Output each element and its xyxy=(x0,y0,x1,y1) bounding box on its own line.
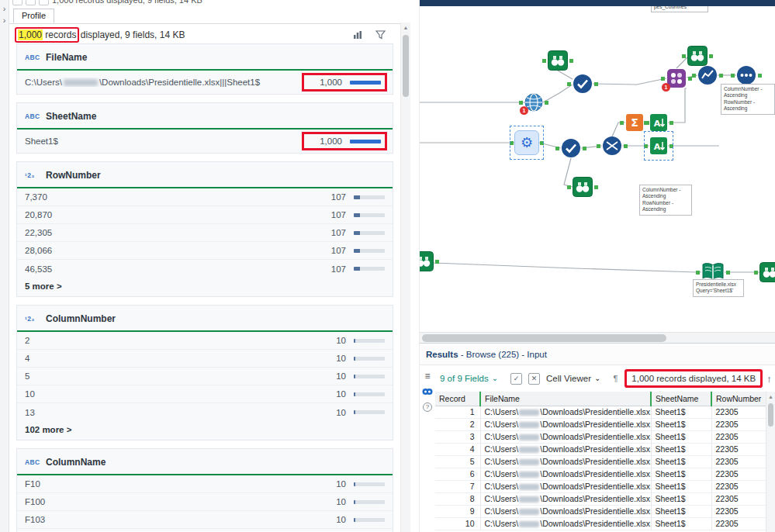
cell-rownumber[interactable]: 22305 xyxy=(711,418,766,430)
tool-annotation-box[interactable]: ColumnNumber -AscendingRowNumber -Ascend… xyxy=(639,185,692,216)
value-row[interactable]: 13 10 xyxy=(17,403,393,421)
input-anchor[interactable] xyxy=(555,147,559,150)
check-tool-icon[interactable] xyxy=(561,138,581,158)
cell-rownumber[interactable]: 22305 xyxy=(711,517,766,530)
field-card-header[interactable]: ¹2₃ RowNumber xyxy=(17,162,393,188)
column-header-sheetname[interactable]: SheetName xyxy=(651,392,711,406)
table-row[interactable]: 5 C:\Users\\Downloads\Presidentielle.xls… xyxy=(435,455,766,468)
output-anchor[interactable] xyxy=(569,59,573,63)
scrollbar-thumb[interactable] xyxy=(422,334,666,342)
cell-sheetname[interactable]: Sheet1$ xyxy=(651,480,711,492)
grid-view-icon[interactable] xyxy=(39,0,49,5)
input-anchor[interactable] xyxy=(661,77,665,81)
input-anchor[interactable] xyxy=(567,82,571,86)
sort-tool-icon[interactable]: A xyxy=(649,113,668,132)
column-header-rownumber[interactable]: RowNumber xyxy=(711,392,766,406)
input-anchor[interactable] xyxy=(510,141,514,145)
cell-rownumber[interactable]: 22305 xyxy=(711,505,766,517)
input-anchor[interactable] xyxy=(696,271,700,275)
macro-tool-icon[interactable]: ⚙ xyxy=(514,130,539,155)
join-multiple-tool-icon[interactable]: 1 xyxy=(666,68,687,88)
cell-filename[interactable]: C:\Users\\Downloads\Presidentielle.xlsx.… xyxy=(480,492,651,505)
input-anchor[interactable] xyxy=(731,74,735,78)
input-anchor[interactable] xyxy=(682,54,686,58)
list-view-icon[interactable]: ≡ xyxy=(424,371,430,381)
cell-sheetname[interactable]: Sheet1$ xyxy=(651,468,711,480)
chart-tool-icon[interactable] xyxy=(697,65,718,85)
value-row[interactable]: F104 10 xyxy=(17,529,393,532)
cell-sheetname[interactable]: Sheet1$ xyxy=(651,517,711,530)
tab-profile[interactable]: Profile xyxy=(13,9,54,23)
more-values-link[interactable]: 5 more > xyxy=(17,278,393,296)
cell-sheetname[interactable]: Sheet1$ xyxy=(651,430,711,443)
cell-filename[interactable]: C:\Users\\Downloads\Presidentielle.xlsx.… xyxy=(480,468,651,480)
check-tool-icon[interactable] xyxy=(573,74,593,94)
field-card-header[interactable]: ABC SheetName xyxy=(17,103,393,130)
input-anchor[interactable] xyxy=(644,121,648,125)
input-anchor[interactable] xyxy=(597,144,600,148)
input-anchor[interactable] xyxy=(644,144,648,148)
value-row[interactable]: 20,870 107 xyxy=(17,206,393,224)
chart-view-icon[interactable] xyxy=(353,30,362,40)
tool-annotation-box[interactable]: pes_Countries xyxy=(651,6,708,12)
fields-dropdown[interactable]: 9 of 9 Fields⌄ xyxy=(440,374,498,383)
input-anchor[interactable] xyxy=(567,185,571,189)
table-row[interactable]: 7 C:\Users\\Downloads\Presidentielle.xls… xyxy=(435,480,766,492)
help-icon[interactable]: ? xyxy=(423,402,432,412)
whitespace-toggle-icon[interactable]: ¶ xyxy=(613,374,618,383)
output-anchor[interactable] xyxy=(709,54,713,58)
output-anchor[interactable] xyxy=(435,260,439,264)
summarize-tool-icon[interactable] xyxy=(736,65,756,85)
value-row[interactable]: C:\Users\\Downloads\Presidentielle.xlsx|… xyxy=(17,71,393,94)
field-card-header[interactable]: ABC ColumnName xyxy=(17,449,393,475)
union-tool-icon[interactable] xyxy=(602,136,622,156)
field-card-header[interactable]: ¹2₃ ColumnNumber xyxy=(17,306,393,332)
running-total-tool-icon[interactable]: Σ xyxy=(625,113,644,132)
table-row[interactable]: 4 C:\Users\\Downloads\Presidentielle.xls… xyxy=(435,443,766,455)
output-anchor[interactable] xyxy=(726,271,730,275)
value-row[interactable]: 28,066 107 xyxy=(17,242,393,260)
select-check-icon[interactable]: ✓ xyxy=(510,373,522,385)
input-anchor[interactable] xyxy=(620,121,624,125)
table-row[interactable]: 9 C:\Users\\Downloads\Presidentielle.xls… xyxy=(435,505,766,517)
value-row[interactable]: 5 10 xyxy=(17,368,393,385)
cell-rownumber[interactable]: 22305 xyxy=(711,468,766,480)
profile-scrollbar[interactable]: ▲ xyxy=(400,22,410,532)
tool-annotation-box[interactable]: Presidentielle.xlsxQuery='Sheet1$' xyxy=(693,279,744,297)
input-anchor[interactable] xyxy=(754,271,758,275)
cell-sheetname[interactable]: Sheet1$ xyxy=(651,406,711,418)
value-row[interactable]: 4 10 xyxy=(17,350,393,368)
output-anchor[interactable] xyxy=(545,101,548,105)
workflow-canvas[interactable]: 11⚙ΣAApes_CountriesColumnNumber -Ascendi… xyxy=(420,6,775,332)
output-anchor[interactable] xyxy=(624,144,628,148)
browse-tool-icon[interactable] xyxy=(548,50,568,71)
output-anchor[interactable] xyxy=(540,141,544,145)
cell-filename[interactable]: C:\Users\\Downloads\Presidentielle.xlsx.… xyxy=(480,418,651,430)
cell-sheetname[interactable]: Sheet1$ xyxy=(651,505,711,517)
table-row[interactable]: 8 C:\Users\\Downloads\Presidentielle.xls… xyxy=(435,492,766,505)
cell-filename[interactable]: C:\Users\\Downloads\Presidentielle.xlsx.… xyxy=(480,406,651,418)
cell-viewer-dropdown[interactable]: Cell Viewer⌄ xyxy=(546,374,600,383)
cell-rownumber[interactable]: 22305 xyxy=(711,430,766,443)
output-anchor[interactable] xyxy=(594,185,598,189)
output-anchor[interactable] xyxy=(669,144,673,148)
field-card-header[interactable]: ABC FileName xyxy=(17,44,393,71)
cell-filename[interactable]: C:\Users\\Downloads\Presidentielle.xlsx.… xyxy=(480,430,651,443)
value-row[interactable]: F100 10 xyxy=(17,493,393,511)
output-anchor[interactable] xyxy=(594,82,598,86)
value-row[interactable]: 10 10 xyxy=(17,385,393,403)
browse-tool-icon[interactable] xyxy=(573,177,593,197)
browse-tool-icon[interactable] xyxy=(420,251,434,271)
value-row[interactable]: 46,535 107 xyxy=(17,260,393,278)
value-row[interactable]: 7,370 107 xyxy=(17,188,393,206)
input-anchor[interactable] xyxy=(542,59,546,63)
browse-everywhere-icon[interactable] xyxy=(422,388,433,396)
value-row[interactable]: F103 10 xyxy=(17,511,393,529)
scroll-up-icon[interactable]: ▲ xyxy=(766,392,775,402)
cell-filename[interactable]: C:\Users\\Downloads\Presidentielle.xlsx.… xyxy=(480,443,651,455)
filter-funnel-icon[interactable] xyxy=(375,30,386,40)
expand-panel-icon[interactable]: › xyxy=(0,15,9,26)
table-row[interactable]: 6 C:\Users\\Downloads\Presidentielle.xls… xyxy=(435,468,766,480)
cell-sheetname[interactable]: Sheet1$ xyxy=(651,455,711,468)
value-row[interactable]: Sheet1$ 1,000 xyxy=(17,130,393,153)
